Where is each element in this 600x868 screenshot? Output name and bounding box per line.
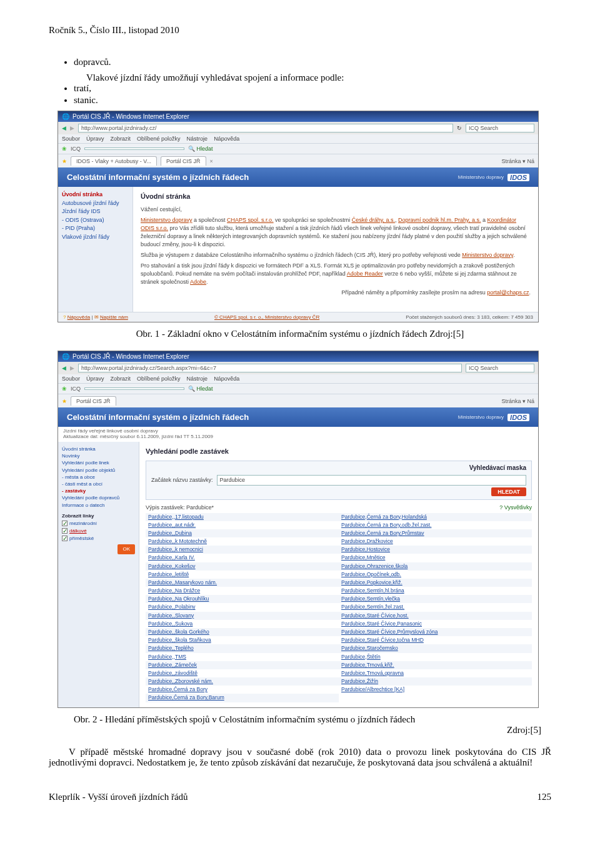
result-link[interactable]: Pardubice,,k Mototechně — [146, 537, 339, 546]
sidebar-item[interactable]: Vlakové jízdní řády — [62, 233, 129, 242]
menu-item[interactable]: Zobrazit — [111, 376, 131, 382]
result-link[interactable]: Pardubice,,závodiště — [146, 669, 339, 677]
result-link[interactable]: Pardubice,,Polabiny — [146, 603, 339, 611]
result-link[interactable]: Pardubice,Ohrazenice,škola — [339, 562, 532, 571]
result-link[interactable]: Pardubice,,Zborovské nám. — [146, 677, 339, 686]
result-link[interactable]: Pardubice,,Zámeček — [146, 661, 339, 669]
result-link[interactable]: Pardubice,,Sukova — [146, 620, 339, 628]
result-link[interactable]: Pardubice,Popkovice,křiž. — [339, 579, 532, 587]
sidebar-item-home[interactable]: Úvodní stránka — [62, 191, 129, 199]
address-input[interactable]: http://www.portal.jizdnirady.cz/ — [78, 124, 453, 132]
result-link[interactable]: Pardubice,Černá za Bory,Průmstav — [339, 529, 532, 537]
result-link[interactable]: Pardubice,,aut.nádr. — [146, 521, 339, 529]
result-link[interactable]: Pardubice,,k nemocnici — [146, 546, 339, 554]
result-link[interactable]: Pardubice,,Slovany — [146, 612, 339, 620]
result-link[interactable]: Pardubice,Trnová,křiž. — [339, 661, 532, 669]
back-button[interactable]: ◀ — [62, 365, 66, 371]
menu-item[interactable]: Nápověda — [214, 376, 239, 382]
toolbar-right[interactable]: Stránka ▾ Ná — [501, 158, 534, 164]
sidebar-item[interactable]: Autobusové jízdní řády — [62, 199, 129, 208]
result-link[interactable]: Pardubice,Opočínek,odb. — [339, 571, 532, 579]
icq-search-input[interactable] — [84, 387, 184, 390]
result-link[interactable]: Pardubice,,škola Gorkého — [146, 628, 339, 636]
result-link[interactable]: Pardubice,Černá za Bory — [146, 686, 339, 694]
checkbox-international[interactable]: mezinárodní — [62, 520, 135, 527]
link-adobe[interactable]: Adobe — [190, 279, 206, 285]
back-button[interactable]: ◀ — [62, 125, 66, 131]
favorites-icon[interactable]: ★ — [62, 398, 67, 404]
result-link[interactable]: Pardubice,Černá za Bory,Barum — [146, 694, 339, 702]
tab-active[interactable]: Portál CIS JŘ — [71, 396, 116, 406]
link-dpp[interactable]: Dopravní podnik hl.m. Prahy, a.s. — [398, 217, 481, 223]
mask-input[interactable]: Pardubice — [217, 475, 526, 486]
result-link[interactable]: Pardubice,Černá za Bory,odb.žel.zast. — [339, 521, 532, 529]
search-button[interactable]: HLEDAT — [491, 487, 526, 496]
result-link[interactable]: Pardubice,,Dubina — [146, 529, 339, 537]
result-link[interactable]: Pardubice,,Teplého — [146, 644, 339, 652]
result-link[interactable]: Pardubice,Semtín,vlečka — [339, 595, 532, 603]
link-chaps[interactable]: CHAPS spol. s.r.o. — [227, 217, 274, 223]
result-link[interactable]: Pardubice/Albrechtice [KA] — [339, 686, 532, 694]
result-link[interactable]: Pardubice,,Na Okrouhlíku — [146, 595, 339, 603]
search-button[interactable]: 🔍 Hledat — [188, 146, 213, 152]
toolbar-right[interactable]: Stránka ▾ Ná — [501, 398, 534, 404]
legend-link[interactable]: ? Vysvětlivky — [499, 504, 532, 512]
help-icon[interactable]: ? — [63, 314, 66, 320]
menu-item[interactable]: Oblíbené položky — [137, 376, 181, 382]
sidebar-item[interactable]: Vyhledání podle dopravců — [62, 494, 135, 501]
search-field[interactable]: ICQ Search — [466, 124, 534, 132]
result-link[interactable]: Pardubice,Semtín,hl.brána — [339, 587, 532, 595]
link-ministry-2[interactable]: Ministerstvo dopravy — [462, 252, 513, 258]
result-link[interactable]: Pardubice,,Karla IV. — [146, 554, 339, 562]
tab[interactable]: IDOS - Vlaky + Autobusy - V... — [71, 156, 157, 166]
result-link[interactable]: Pardubice,Mnětice — [339, 554, 532, 562]
sidebar-item[interactable]: Jízdní řády IDS — [62, 207, 129, 216]
menu-item[interactable]: Zobrazit — [111, 136, 131, 142]
favorites-icon[interactable]: ★ — [62, 158, 67, 164]
sidebar-subitem-active[interactable]: - zastávky — [62, 487, 135, 494]
search-button[interactable]: 🔍 Hledat — [188, 386, 213, 392]
menu-item[interactable]: Úpravy — [86, 376, 104, 382]
menu-item[interactable]: Soubor — [62, 136, 80, 142]
link-cd[interactable]: České dráhy, a.s. — [352, 217, 395, 223]
result-link[interactable]: Pardubice,Staré Čívice,host. — [339, 612, 532, 620]
result-link[interactable]: Pardubice,,TMS — [146, 653, 339, 661]
ok-button[interactable]: OK — [118, 544, 135, 554]
result-link[interactable]: Pardubice,,škola Staňkova — [146, 636, 339, 644]
result-link[interactable]: Pardubice,Staročernsko — [339, 644, 532, 652]
result-link[interactable]: Pardubice,,Masarykovo nám. — [146, 579, 339, 587]
result-link[interactable]: Pardubice,,17.listopadu — [146, 513, 339, 521]
sidebar-item[interactable]: Vyhledání podle linek — [62, 459, 135, 466]
menu-item[interactable]: Nápověda — [214, 136, 239, 142]
result-link[interactable]: Pardubice,Dražkovice — [339, 537, 532, 546]
tab-close[interactable]: × — [210, 158, 213, 164]
link-ministry[interactable]: Ministerstvo dopravy — [141, 217, 192, 223]
sidebar-item[interactable]: Informace o datech — [62, 502, 135, 509]
result-link[interactable]: Pardubice,,Kokešov — [146, 562, 339, 571]
sidebar-item[interactable]: Úvodní stránka — [62, 446, 135, 452]
result-link[interactable]: Pardubice,Černá za Bory,Holandská — [339, 513, 532, 521]
result-link[interactable]: Pardubice,Staré Čívice,točna MHD — [339, 636, 532, 644]
search-field[interactable]: ICQ Search — [466, 364, 534, 372]
forward-button[interactable]: ▶ — [70, 365, 74, 371]
link-adobe-reader[interactable]: Adobe Reader — [347, 271, 383, 277]
refresh-button[interactable]: ↻ — [457, 125, 462, 131]
menu-item[interactable]: Nástroje — [187, 136, 208, 142]
write-link[interactable]: Napište nám — [100, 314, 128, 320]
result-link[interactable]: Pardubice,,letiště — [146, 571, 339, 579]
sidebar-item[interactable]: Vyhledání podle objektů — [62, 467, 135, 474]
checkbox-longdistance[interactable]: dálkové — [62, 527, 135, 534]
footer-center[interactable]: © CHAPS spol. s r. o., Ministerstvo dopr… — [214, 314, 319, 320]
tab-active[interactable]: Portál CIS JŘ — [161, 156, 206, 166]
menu-item[interactable]: Oblíbené položky — [137, 136, 181, 142]
menu-item[interactable]: Soubor — [62, 376, 80, 382]
result-link[interactable]: Pardubice,Staré Čívice,Průmyslová zóna — [339, 628, 532, 636]
result-link[interactable]: Pardubice,,Na Drážce — [146, 587, 339, 595]
mail-icon[interactable]: ✉ — [94, 314, 99, 320]
result-link[interactable]: Pardubice,Semtín,žel.zast. — [339, 603, 532, 611]
mail-link[interactable]: portal@chaps.cz — [487, 289, 529, 296]
sidebar-subitem[interactable]: - ODIS (Ostrava) — [62, 216, 129, 225]
sidebar-item[interactable]: Novinky — [62, 452, 135, 459]
help-link[interactable]: Nápověda — [68, 314, 90, 320]
result-link[interactable]: Pardubice,Trnová,opravna — [339, 669, 532, 677]
